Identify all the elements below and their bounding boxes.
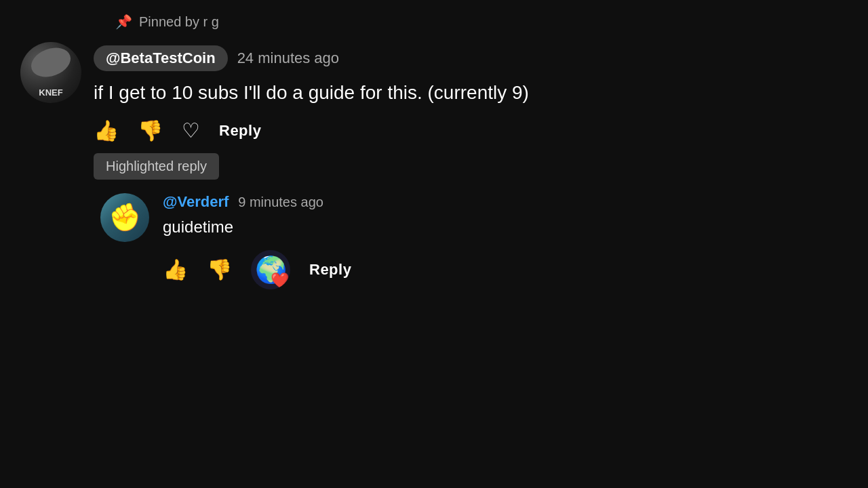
pin-icon: 📌 (115, 14, 132, 30)
reply-like-icon: 👍 (163, 260, 188, 280)
username-badge[interactable]: @BetaTestCoin (94, 45, 228, 71)
comments-section: 📌 Pinned by r g KNEF @BetaTestCoin 24 mi… (0, 0, 868, 310)
comment-text: if I get to 10 subs I'll do a guide for … (94, 79, 848, 106)
reply-text: guidetime (163, 218, 848, 237)
comment-body: @BetaTestCoin 24 minutes ago if I get to… (94, 42, 848, 289)
main-comment-row: KNEF @BetaTestCoin 24 minutes ago if I g… (20, 42, 848, 289)
avatar-label: KNEF (20, 87, 81, 98)
reply-section: @Verderf 9 minutes ago guidetime 👍 👎 (100, 193, 848, 289)
reply-dislike-icon: 👎 (207, 260, 232, 280)
pinned-text: Pinned by r g (139, 14, 219, 30)
reply-heart-globe-button[interactable]: ❤️ (251, 250, 290, 289)
reply-reply-button[interactable]: Reply (309, 261, 351, 279)
reply-avatar (100, 193, 149, 242)
reply-meta: @Verderf 9 minutes ago (163, 193, 848, 211)
heart-overlay-icon: ❤️ (271, 273, 289, 288)
reply-timestamp: 9 minutes ago (238, 195, 323, 210)
action-row: 👍 👎 ♡ Reply (94, 121, 848, 141)
reply-button[interactable]: Reply (219, 122, 261, 140)
reply-action-row: 👍 👎 ❤️ Reply (163, 250, 848, 289)
comment-meta: @BetaTestCoin 24 minutes ago (94, 45, 848, 71)
comment-timestamp: 24 minutes ago (237, 49, 339, 67)
avatar: KNEF (20, 42, 81, 103)
reply-username[interactable]: @Verderf (163, 193, 229, 211)
reply-dislike-button[interactable]: 👎 (207, 260, 232, 280)
reply-like-button[interactable]: 👍 (163, 260, 188, 280)
dislike-button[interactable]: 👎 (138, 121, 163, 141)
reply-row: @Verderf 9 minutes ago guidetime 👍 👎 (100, 193, 848, 289)
heart-globe-icon: ❤️ (251, 250, 290, 289)
dislike-icon: 👎 (138, 121, 163, 141)
like-icon: 👍 (94, 121, 119, 141)
reply-body: @Verderf 9 minutes ago guidetime 👍 👎 (163, 193, 848, 289)
like-button[interactable]: 👍 (94, 121, 119, 141)
heart-button[interactable]: ♡ (182, 121, 200, 141)
pinned-header: 📌 Pinned by r g (115, 14, 848, 30)
highlighted-reply-badge: Highlighted reply (94, 153, 219, 180)
heart-icon: ♡ (182, 121, 200, 141)
